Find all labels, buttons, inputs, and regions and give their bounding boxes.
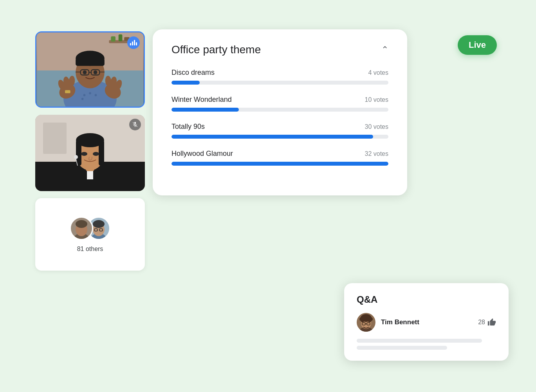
option-name-3: Hollywood Glamour (171, 150, 233, 158)
svg-point-58 (361, 319, 364, 322)
svg-point-43 (74, 155, 78, 159)
progress-track-3 (171, 162, 388, 166)
poll-option-1: Winter Wonderland 10 votes (171, 96, 388, 112)
progress-track-2 (171, 135, 388, 139)
svg-point-47 (76, 220, 87, 228)
option-name-2: Totally 90s (171, 123, 205, 131)
poll-option-3: Hollywood Glamour 32 votes (171, 150, 388, 166)
option-name-1: Winter Wonderland (171, 96, 232, 104)
svg-point-41 (81, 152, 87, 156)
qa-text-line-2 (357, 346, 447, 350)
avatar-1 (70, 217, 93, 240)
others-tile: 81 others (35, 198, 145, 271)
svg-point-20 (83, 70, 87, 74)
poll-header: Office party theme ⌃ (171, 43, 388, 56)
audio-bars (130, 40, 137, 45)
poll-title: Office party theme (171, 43, 261, 56)
qa-text-lines (357, 339, 496, 350)
progress-track-0 (171, 81, 388, 85)
svg-rect-40 (99, 140, 104, 166)
audio-active-badge (127, 36, 140, 49)
progress-fill-2 (171, 135, 373, 139)
svg-point-9 (95, 94, 97, 96)
others-count-label: 81 others (77, 246, 103, 253)
qa-likes: 28 (478, 318, 496, 327)
svg-rect-3 (111, 36, 116, 42)
chevron-up-icon[interactable]: ⌃ (381, 45, 388, 55)
poll-option-header-0: Disco dreams 4 votes (171, 69, 388, 77)
poll-option-2: Totally 90s 30 votes (171, 123, 388, 139)
svg-point-21 (94, 70, 97, 74)
option-votes-0: 4 votes (368, 69, 388, 76)
progress-fill-0 (171, 81, 200, 85)
svg-rect-30 (65, 90, 70, 93)
svg-rect-33 (43, 123, 67, 154)
qa-card: Q&A (344, 283, 509, 361)
qa-person-name: Tim Bennett (381, 318, 473, 326)
progress-fill-3 (171, 162, 388, 166)
poll-card: Office party theme ⌃ Disco dreams 4 vote… (153, 29, 407, 195)
svg-point-50 (93, 220, 105, 228)
main-scene: 81 others Office party theme ⌃ Disco dre… (0, 0, 536, 392)
option-name-0: Disco dreams (171, 69, 215, 77)
svg-rect-14 (76, 58, 105, 66)
svg-point-10 (81, 98, 84, 100)
qa-avatar (357, 313, 375, 332)
video-column: 81 others (35, 31, 145, 271)
poll-option-header-1: Winter Wonderland 10 votes (171, 96, 388, 104)
qa-item: Tim Bennett 28 (357, 313, 496, 332)
svg-point-42 (93, 152, 99, 156)
option-votes-3: 32 votes (365, 150, 388, 157)
thumbs-up-icon (487, 318, 496, 327)
poll-option-header-2: Totally 90s 30 votes (171, 123, 388, 131)
qa-text-line-1 (357, 339, 482, 343)
avatars-group (70, 217, 110, 240)
video-tile-person1 (35, 31, 145, 108)
svg-point-7 (83, 94, 86, 96)
svg-rect-4 (119, 34, 123, 41)
qa-title: Q&A (357, 294, 496, 305)
svg-point-59 (368, 319, 371, 322)
option-votes-2: 30 votes (365, 123, 388, 130)
progress-fill-1 (171, 108, 239, 112)
video-tile-person2 (35, 115, 145, 191)
live-badge: Live (458, 35, 497, 55)
mic-off-badge (129, 119, 141, 130)
qa-likes-count: 28 (478, 319, 485, 326)
poll-option-0: Disco dreams 4 votes (171, 69, 388, 85)
progress-track-1 (171, 108, 388, 112)
svg-point-8 (89, 92, 91, 94)
poll-option-header-3: Hollywood Glamour 32 votes (171, 150, 388, 158)
option-votes-1: 10 votes (365, 96, 388, 103)
